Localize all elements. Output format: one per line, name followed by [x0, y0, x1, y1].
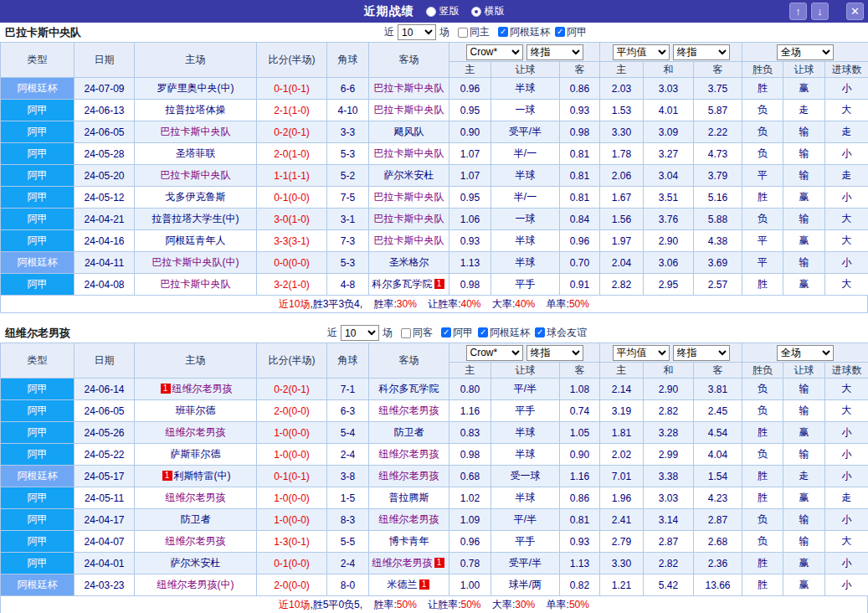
handicap-away-odds: 0.90 [560, 444, 600, 466]
col-avg-draw: 和 [644, 363, 694, 379]
average-odds-time-select[interactable]: 终指 [673, 44, 730, 60]
col-score: 比分(半场) [257, 43, 327, 78]
stat-label: 让胜率: [428, 599, 460, 610]
match-score: 0-1(0-1) [257, 78, 327, 100]
checkbox-icon [498, 27, 508, 37]
league-filter[interactable]: 阿甲 [441, 326, 473, 340]
match-date: 24-04-07 [74, 531, 135, 553]
competition-badge: 阿甲 [1, 422, 74, 444]
handicap-away-odds: 0.96 [560, 230, 600, 252]
handicap-odds-time-select[interactable]: 终指 [526, 345, 583, 361]
close-button[interactable]: ✕ [846, 3, 864, 20]
match-score: 0-1(0-0) [257, 187, 327, 209]
result-scope-select[interactable]: 全场 [777, 345, 834, 361]
handicap-away-odds: 1.05 [560, 422, 600, 444]
match-row: 阿甲24-05-11纽维尔老男孩1-0(0-0)1-5普拉腾斯1.02半球0.8… [1, 487, 868, 509]
home-team-name: 纽维尔老男孩(中) [157, 579, 234, 590]
section-header: 纽维尔老男孩 近 10 场 同客 阿甲阿根廷杯球会友谊 [0, 323, 868, 343]
same-venue-filter[interactable]: 同主 [458, 25, 490, 39]
away-team-cell: 纽维尔老男孩 [369, 509, 449, 531]
handicap-away-odds: 1.08 [560, 379, 600, 400]
recent-count-select[interactable]: 10 [341, 325, 379, 341]
col-handicap-away: 客 [560, 363, 600, 379]
away-team-name: 科尔多瓦学院 [379, 383, 439, 394]
avg-draw-odds: 2.82 [644, 553, 694, 574]
average-odds-source-select[interactable]: 平均值 [613, 345, 670, 361]
stat-value: 40% [461, 298, 481, 310]
handicap-line: 半球 [491, 230, 560, 252]
away-team-name: 博卡青年 [389, 535, 429, 547]
league-filter[interactable]: 阿甲 [555, 25, 587, 39]
scroll-down-button[interactable]: ↓ [811, 3, 829, 20]
same-venue-filter[interactable]: 同客 [401, 326, 433, 340]
red-card-badge: 1 [434, 279, 444, 289]
col-avg-draw: 和 [644, 62, 694, 78]
col-handicap-result: 让球 [783, 62, 825, 78]
home-team-cell: 班菲尔德 [135, 400, 257, 422]
match-date: 24-07-09 [74, 78, 135, 100]
away-team-cell: 米德兰1 [369, 574, 449, 596]
col-goals-result: 进球数 [825, 62, 868, 78]
handicap-home-odds: 0.93 [449, 230, 491, 252]
handicap-away-odds: 0.81 [560, 165, 600, 187]
avg-away-odds: 1.54 [694, 466, 742, 487]
home-team-cell: 戈多伊克鲁斯 [135, 187, 257, 209]
away-team-cell: 科尔多瓦学院1 [369, 274, 449, 296]
avg-away-odds: 13.66 [694, 574, 742, 596]
match-row: 阿甲24-06-05巴拉卡斯中央队0-2(0-1)3-3飓风队0.90受平/半0… [1, 121, 868, 143]
result-scope-select[interactable]: 全场 [777, 44, 834, 60]
match-date: 24-04-21 [74, 209, 135, 230]
average-odds-time-select[interactable]: 终指 [673, 345, 730, 361]
corner-count: 2-4 [327, 444, 369, 466]
handicap-home-odds: 0.68 [449, 466, 491, 487]
handicap-result: 赢 [783, 487, 825, 509]
recent-count-select[interactable]: 10 [398, 24, 436, 40]
home-team-name: 班菲尔德 [176, 404, 216, 416]
competition-badge: 阿甲 [1, 187, 74, 209]
topbar-center-group: 近期战绩 竖版 横版 [364, 4, 505, 19]
handicap-line: 半/一 [491, 143, 560, 165]
scroll-up-button[interactable]: ↑ [789, 3, 807, 20]
layout-option-vertical[interactable]: 竖版 [426, 4, 460, 18]
fulltime-result: 胜 [742, 574, 783, 596]
handicap-odds-time-select[interactable]: 终指 [526, 44, 583, 60]
league-filters: 阿甲阿根廷杯球会友谊 [436, 326, 587, 341]
handicap-away-odds: 0.81 [560, 187, 600, 209]
corner-count: 3-3 [327, 121, 369, 143]
home-team-cell: 拉普拉塔大学生(中) [135, 209, 257, 230]
league-filter[interactable]: 阿根廷杯 [498, 25, 550, 39]
summary-stat: 大率:30% [492, 599, 535, 610]
goals-result: 小 [825, 252, 868, 274]
avg-away-odds: 4.04 [694, 444, 742, 466]
stat-label: 胜率: [373, 599, 396, 610]
match-score: 1-3(0-1) [257, 531, 327, 553]
avg-away-odds: 5.87 [694, 100, 742, 121]
avg-home-odds: 1.67 [600, 187, 644, 209]
checkbox-icon [401, 328, 411, 338]
away-team-name: 纽维尔老男孩 [379, 513, 439, 525]
topbar: 近期战绩 竖版 横版 ↑ ↓ ✕ [0, 0, 868, 23]
handicap-away-odds: 0.82 [560, 574, 600, 596]
stat-value: 40% [515, 298, 535, 310]
away-team-cell: 纽维尔老男孩1 [369, 553, 449, 574]
summary-record: ,胜3平3负4, [310, 298, 362, 310]
average-odds-source-select[interactable]: 平均值 [613, 44, 670, 60]
league-filter[interactable]: 阿根廷杯 [478, 326, 530, 340]
handicap-result: 输 [783, 209, 825, 230]
layout-option-horizontal[interactable]: 横版 [471, 4, 505, 18]
match-date: 24-06-14 [74, 379, 135, 400]
league-filter-label: 阿根廷杯 [510, 25, 550, 39]
home-team-cell: 纽维尔老男孩(中) [135, 574, 257, 596]
fulltime-result: 平 [742, 230, 783, 252]
bookmaker-select[interactable]: Crow* [466, 44, 523, 60]
handicap-result: 赢 [783, 78, 825, 100]
handicap-line: 半球 [491, 78, 560, 100]
avg-draw-odds: 2.99 [644, 444, 694, 466]
match-date: 24-04-16 [74, 230, 135, 252]
match-row: 阿甲24-04-21拉普拉塔大学生(中)3-0(1-0)3-1巴拉卡斯中央队1.… [1, 209, 868, 230]
stat-value: 50% [397, 599, 417, 610]
league-filter[interactable]: 球会友谊 [535, 326, 587, 340]
goals-result: 大 [825, 100, 868, 121]
handicap-result: 赢 [783, 274, 825, 296]
bookmaker-select[interactable]: Crow* [466, 345, 523, 361]
